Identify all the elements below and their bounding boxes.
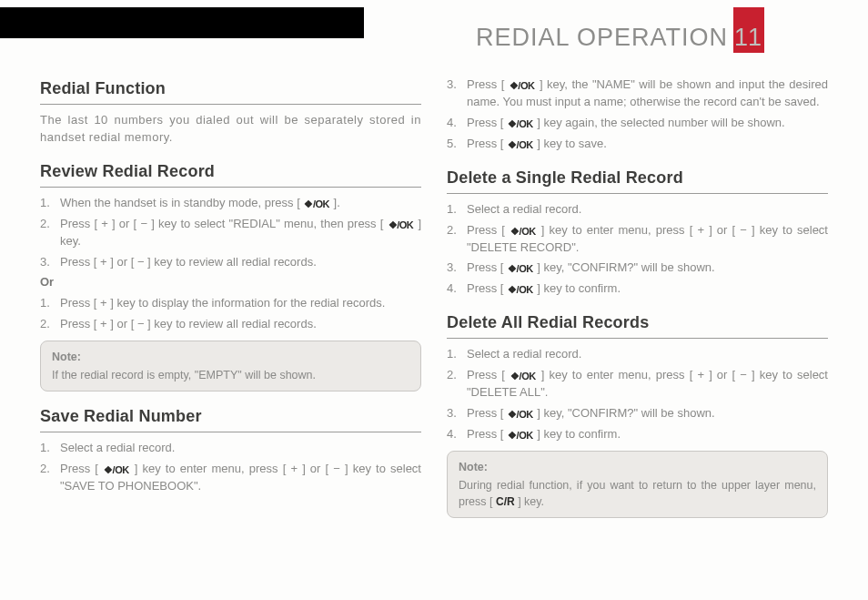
note-body-b: ] key. (515, 495, 544, 508)
note-box: Note: During redial function, if you wan… (447, 451, 828, 519)
note-label: Note: (459, 459, 816, 475)
section-delete-single: Delete a Single Redial Record Select a r… (447, 166, 828, 299)
text: When the handset is in standby mode, pre… (60, 196, 303, 209)
text: Press [ + ] or [ − ] key to select "REDI… (60, 217, 388, 230)
delete-single-list: Select a redial record. Press [ ❖/OK ] k… (447, 201, 828, 299)
list-item: Press [ + ] key to display the informati… (40, 295, 421, 312)
menu-ok-icon: ❖/OK (507, 117, 534, 132)
text: Press [ (467, 77, 509, 91)
menu-ok-icon: ❖/OK (388, 219, 415, 233)
list-item: Press [ ❖/OK ] key to confirm. (447, 280, 828, 298)
text: Press [ (467, 137, 507, 150)
heading-save: Save Redial Number (40, 404, 421, 432)
delete-all-list: Select a redial record. Press [ ❖/OK ] k… (447, 346, 828, 443)
menu-ok-icon: ❖/OK (507, 408, 534, 422)
menu-ok-icon: ❖/OK (303, 198, 330, 212)
list-item: When the handset is in standby mode, pre… (40, 195, 421, 212)
section-delete-all: Delete All Redial Records Select a redia… (447, 310, 828, 518)
review-list-2: Press [ + ] key to display the informati… (40, 295, 421, 333)
list-item: Press [ ❖/OK ] key to enter menu, press … (447, 367, 828, 402)
list-item: Press [ + ] or [ − ] key to review all r… (40, 316, 421, 333)
menu-ok-icon: ❖/OK (509, 79, 536, 94)
heading-delete-all: Delete All Redial Records (447, 310, 828, 339)
text: Press [ (467, 368, 510, 381)
text: Press [ (467, 427, 507, 441)
list-item: Select a redial record. (447, 346, 828, 363)
menu-ok-icon: ❖/OK (507, 429, 534, 443)
list-item: Press [ ❖/OK ] key to enter menu, press … (40, 461, 421, 495)
text: ] key to confirm. (534, 427, 621, 441)
review-list-1: When the handset is in standby mode, pre… (40, 195, 421, 271)
content-area: Redial Function The last 10 numbers you … (40, 76, 828, 518)
list-item: Press [ ❖/OK ] key, "CONFIRM?" will be s… (447, 405, 828, 422)
list-item: Press [ + ] or [ − ] key to select "REDI… (40, 216, 421, 250)
list-item: Press [ ❖/OK ] key, the "NAME" will be s… (447, 76, 828, 111)
section-redial-function: Redial Function The last 10 numbers you … (40, 76, 421, 147)
page-header: REDIAL OPERATION 11 (0, 0, 868, 64)
list-item: Press [ ❖/OK ] key, "CONFIRM?" will be s… (447, 259, 828, 277)
note-label: Note: (52, 349, 409, 365)
heading-review: Review Redial Record (40, 159, 421, 188)
cr-icon: C/R (496, 494, 515, 510)
text: ] key again, the selected number will be… (534, 116, 785, 129)
menu-ok-icon: ❖/OK (103, 463, 130, 478)
list-item: Select a redial record. (40, 440, 421, 457)
menu-ok-icon: ❖/OK (507, 283, 534, 298)
menu-ok-icon: ❖/OK (507, 262, 534, 277)
text: Press [ (467, 223, 510, 237)
text-redial-function: The last 10 numbers you dialed out will … (40, 112, 421, 147)
text: ] key to save. (534, 137, 607, 150)
list-item: Press [ ❖/OK ] key to confirm. (447, 426, 828, 443)
list-item: Press [ ❖/OK ] key to save. (447, 136, 828, 153)
text: Press [ (467, 281, 507, 295)
text: ] key, "CONFIRM?" will be shown. (534, 260, 715, 274)
menu-ok-icon: ❖/OK (510, 225, 537, 239)
text: Press [ (60, 462, 103, 475)
list-item: Select a redial record. (447, 201, 828, 219)
text: ]. (330, 196, 340, 209)
list-item: Press [ + ] or [ − ] key to review all r… (40, 254, 421, 271)
text: ] key, "CONFIRM?" will be shown. (534, 406, 715, 420)
or-label: Or (40, 274, 421, 291)
header-black-bar (0, 7, 364, 38)
text: Press [ (467, 406, 507, 420)
page-title: REDIAL OPERATION (476, 20, 728, 56)
text: Press [ (467, 116, 507, 129)
list-item: Press [ ❖/OK ] key to enter menu, press … (447, 222, 828, 257)
menu-ok-icon: ❖/OK (510, 370, 537, 384)
note-body: If the redial record is empty, "EMPTY" w… (52, 369, 316, 381)
heading-delete-single: Delete a Single Redial Record (447, 166, 828, 194)
menu-ok-icon: ❖/OK (507, 138, 534, 153)
note-box: Note: If the redial record is empty, "EM… (40, 341, 421, 392)
text: ] key to confirm. (534, 281, 621, 295)
list-item: Press [ ❖/OK ] key again, the selected n… (447, 115, 828, 132)
text: Press [ (467, 260, 507, 274)
heading-redial-function: Redial Function (40, 76, 421, 105)
page-number: 11 (730, 20, 766, 56)
section-review-redial-record: Review Redial Record When the handset is… (40, 159, 421, 392)
